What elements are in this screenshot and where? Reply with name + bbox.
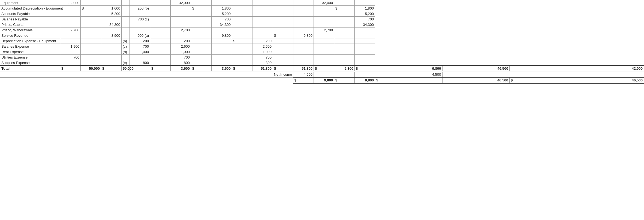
cell: 5,300 <box>334 66 355 72</box>
cell <box>273 17 293 22</box>
cell: 5,200 <box>212 11 232 17</box>
cell <box>122 0 130 6</box>
cell: 1,000 <box>171 49 191 55</box>
cell <box>81 33 101 38</box>
cell: 9,800 <box>375 66 443 72</box>
cell <box>81 44 101 49</box>
cell: 34,300 <box>212 22 232 28</box>
cell: 700 <box>60 55 81 60</box>
table-row: Service Revenue8,900900 (a)9,800$9,800 <box>0 33 644 38</box>
cell <box>130 11 150 17</box>
cell: Prisco, Withdrawals <box>0 28 60 33</box>
cell: 8,900 <box>101 33 122 38</box>
cell <box>81 11 101 17</box>
table-row: Salaries Expense1,900(c)7002,6002,600 <box>0 44 644 49</box>
cell: 9,800 <box>293 33 314 38</box>
cell: 200 <box>252 38 273 44</box>
cell <box>122 33 130 38</box>
cell: 800 <box>252 60 273 66</box>
cell: $ <box>334 6 355 11</box>
cell: $ <box>232 66 252 72</box>
cell <box>81 22 101 28</box>
cell <box>101 60 122 66</box>
cell <box>60 33 81 38</box>
cell <box>191 33 212 38</box>
cell: 700 <box>355 17 375 22</box>
cell: 9,800 <box>355 77 375 83</box>
table-row: Utilities Expense700700700 <box>0 55 644 60</box>
cell <box>293 0 314 6</box>
cell <box>130 55 150 60</box>
cell <box>273 49 293 55</box>
cell: $ <box>273 66 293 72</box>
cell <box>81 17 101 22</box>
cell: Service Revenue <box>0 33 60 38</box>
cell <box>60 17 81 22</box>
cell <box>81 38 101 44</box>
cell: 2,600 <box>171 44 191 49</box>
cell <box>122 17 130 22</box>
cell <box>60 49 81 55</box>
cell <box>101 28 122 33</box>
cell <box>314 11 334 17</box>
cell: 1,800 <box>212 6 232 11</box>
cell <box>101 17 122 22</box>
cell: $ <box>60 66 81 72</box>
cell: 2,600 <box>252 44 273 49</box>
cell: 51,800 <box>293 66 314 72</box>
cell <box>232 33 252 38</box>
cell <box>232 0 252 6</box>
cell: Net Income <box>0 72 293 78</box>
cell <box>191 55 212 60</box>
cell: 32,000 <box>60 0 81 6</box>
cell: 46,500 <box>442 77 510 83</box>
cell <box>212 49 232 55</box>
cell <box>293 44 314 49</box>
cell: 1,800 <box>355 6 375 11</box>
cell: 700 <box>212 17 232 22</box>
table-row: Equipment32,00032,00032,000 <box>0 0 644 6</box>
cell <box>101 49 122 55</box>
cell: 5,200 <box>355 11 375 17</box>
cell <box>191 60 212 66</box>
cell <box>252 0 273 6</box>
cell: 3,600 <box>212 66 232 72</box>
cell: Equipment <box>0 0 60 6</box>
cell <box>273 38 293 44</box>
cell <box>232 17 252 22</box>
cell <box>314 60 334 66</box>
cell <box>60 11 81 17</box>
cell <box>334 22 355 28</box>
cell <box>293 28 314 33</box>
cell <box>232 11 252 17</box>
cell <box>122 6 130 11</box>
cell: 46,500 <box>442 66 510 72</box>
cell <box>314 6 334 11</box>
cell <box>81 0 101 6</box>
cell <box>122 11 130 17</box>
cell <box>60 22 81 28</box>
cell: $ <box>314 66 334 72</box>
cell <box>232 49 252 55</box>
cell <box>293 60 314 66</box>
cell <box>101 0 122 6</box>
cell: 50,000 <box>122 66 130 72</box>
cell: $ <box>150 66 171 72</box>
cell <box>232 22 252 28</box>
cell <box>81 28 101 33</box>
table-row: Rent Expense(d)1,0001,0001,000 <box>0 49 644 55</box>
cell <box>314 72 334 78</box>
cell: 9,800 <box>212 33 232 38</box>
cell: $ <box>334 77 355 83</box>
cell: 9,800 <box>314 77 334 83</box>
cell <box>252 6 273 11</box>
cell <box>334 11 355 17</box>
cell <box>273 22 293 28</box>
cell: 4,500 <box>293 72 314 78</box>
cell <box>171 17 191 22</box>
cell: 800 <box>130 60 150 66</box>
cell: (d) <box>122 49 130 55</box>
cell <box>150 44 171 49</box>
cell <box>334 55 355 60</box>
cell <box>232 28 252 33</box>
